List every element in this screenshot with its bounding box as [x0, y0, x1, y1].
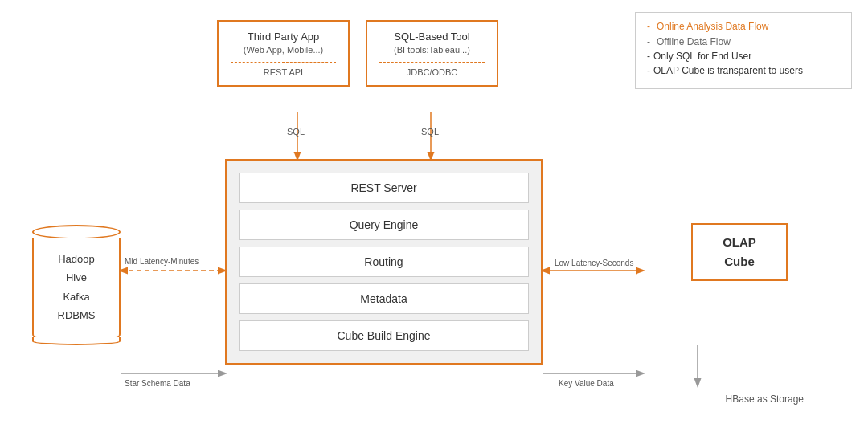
metadata-box: Metadata	[239, 283, 529, 314]
sql-tool-title: SQL-Based Tool (BI tools:Tableau...)	[379, 30, 485, 57]
olap-line2: Cube	[701, 252, 778, 271]
mid-latency-label: Mid Latency-Minutes	[125, 257, 199, 266]
query-engine-label: Query Engine	[350, 218, 419, 231]
legend-online-label: Online Analysis Data Flow	[657, 21, 768, 32]
hadoop-line1: Hadoop	[42, 250, 111, 268]
hadoop-line4: RDBMS	[42, 306, 111, 324]
third-party-title: Third Party App (Web App, Mobile...)	[231, 30, 336, 57]
hadoop-line3: Kafka	[42, 287, 111, 306]
sql-label-right: SQL	[421, 127, 439, 137]
routing-box: Routing	[239, 247, 529, 277]
olap-cube: OLAP Cube	[691, 223, 788, 281]
cube-build-label: Cube Build Engine	[338, 329, 431, 342]
legend-note1: Only SQL for End User	[653, 51, 751, 62]
cube-build-box: Cube Build Engine	[239, 320, 529, 351]
hbase-label: HBase as Storage	[726, 393, 804, 405]
low-latency-label: Low Latency-Seconds	[555, 259, 633, 267]
main-container: REST Server Query Engine Routing Metadat…	[225, 159, 542, 365]
hadoop-cylinder: Hadoop Hive Kafka RDBMS	[32, 225, 121, 345]
legend-note2: OLAP Cube is transparent to users	[653, 65, 803, 76]
hadoop-line2: Hive	[42, 268, 111, 287]
rest-server-box: REST Server	[239, 173, 529, 203]
olap-line1: OLAP	[701, 233, 778, 252]
legend-offline-label: Offline Data Flow	[657, 36, 731, 47]
legend-box: - Online Analysis Data Flow - Offline Da…	[635, 12, 852, 89]
sql-tool-box: SQL-Based Tool (BI tools:Tableau...) JDB…	[366, 20, 498, 87]
rest-server-label: REST Server	[350, 181, 416, 194]
rest-api-label: REST API	[231, 62, 336, 77]
key-value-label: Key Value Data	[559, 379, 614, 388]
query-engine-box: Query Engine	[239, 210, 529, 240]
star-schema-label: Star Schema Data	[125, 379, 190, 388]
routing-label: Routing	[364, 255, 403, 268]
jdbc-label: JDBC/ODBC	[379, 62, 485, 77]
metadata-label: Metadata	[360, 292, 407, 305]
diagram: - Online Analysis Data Flow - Offline Da…	[0, 0, 868, 428]
sql-label-left: SQL	[287, 127, 305, 137]
third-party-box: Third Party App (Web App, Mobile...) RES…	[217, 20, 350, 87]
